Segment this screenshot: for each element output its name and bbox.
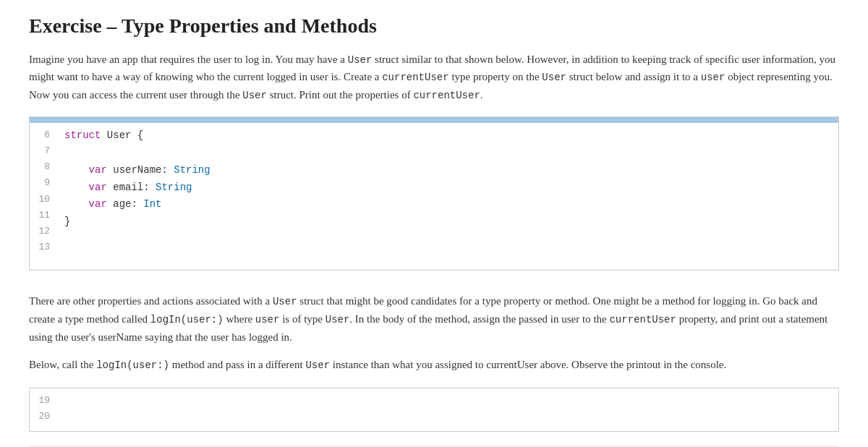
- intro-paragraph: Imagine you have an app that requires th…: [29, 51, 839, 103]
- code-editor-1[interactable]: 6 7 8 9 10 11 12 13 struct User { var us…: [29, 116, 839, 270]
- editor-header-bar: [30, 117, 838, 123]
- code-editor-2[interactable]: 19 20: [29, 388, 839, 433]
- body-paragraph-1: There are other properties and actions a…: [29, 292, 839, 346]
- code-content-2[interactable]: [59, 393, 838, 427]
- body-paragraph-2: Below, call the logIn(user:) method and …: [29, 356, 839, 374]
- line-numbers-2: 19 20: [30, 393, 59, 427]
- line-numbers: 6 7 8 9 10 11 12 13: [30, 127, 59, 265]
- page-title: Exercise – Type Properties and Methods: [29, 14, 839, 38]
- code-content[interactable]: struct User { var userName: String var e…: [59, 127, 838, 265]
